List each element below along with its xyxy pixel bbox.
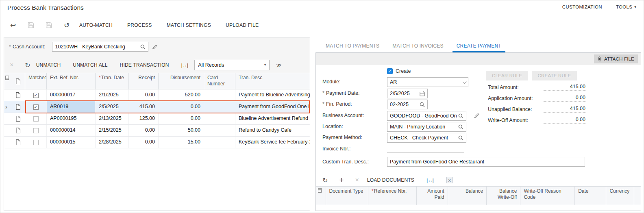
payment-method-input[interactable]: CHECK - Check Payment [387,133,466,143]
tran-date-cell[interactable]: 2/1/2025 [96,89,129,101]
search-icon[interactable] [458,113,463,119]
pencil-icon[interactable] [474,113,480,118]
tools-button[interactable]: TOOLS▾ [616,4,636,9]
records-filter-dropdown[interactable]: All Records ▾ [194,60,270,70]
matched-checkbox[interactable] [33,128,39,133]
tran-date-cell[interactable]: 2/15/2025 [96,125,129,136]
fit-width-icon[interactable]: |↔| [426,177,433,183]
card-number-cell[interactable] [204,125,235,136]
reference-nbr-column-header[interactable]: *Reference Nbr. [368,187,417,205]
upload-file-button[interactable]: UPLOAD FILE [226,22,259,28]
tran-date-column-header[interactable]: *Tran. Date [96,73,129,89]
add-row-icon[interactable]: + [339,176,344,185]
card-number-cell[interactable] [204,113,235,124]
custom-tran-desc-input[interactable]: Payment from GoodFood One Restaurant [387,157,585,167]
unmatch-button[interactable]: UNMATCH [36,62,61,68]
receipt-cell[interactable]: 0.00 [129,89,159,101]
receipt-column-header[interactable]: Receipt [129,73,159,89]
card-number-cell[interactable] [204,89,235,101]
business-account-input[interactable]: GOODFOOD - GoodFood On [387,111,466,121]
disbursement-column-header[interactable]: Disbursement [159,73,204,89]
matched-checkbox[interactable] [33,116,39,122]
receipt-cell[interactable]: 415.00 [129,101,159,113]
load-documents-button[interactable]: LOAD DOCUMENTS [367,177,414,183]
table-row[interactable]: 000000014 2/15/2025 0.00 50.00 Refund to… [4,125,310,137]
calendar-icon[interactable] [420,91,425,96]
payment-date-input[interactable]: 2/5/2025 [387,89,428,98]
receipt-cell[interactable]: 0.00 [129,125,159,136]
fit-width-icon[interactable]: |↔| [181,62,188,68]
refresh-icon[interactable]: ↻ [322,176,328,184]
ext-ref-cell[interactable]: AP0000195 [47,113,96,124]
table-row[interactable]: 000000015 2/28/2025 0.00 15.00 KeyBank S… [4,137,310,148]
auto-match-button[interactable]: AUTO-MATCH [79,22,113,28]
expand-toolbar-icon[interactable]: ≫ [276,61,283,69]
ext-ref-cell[interactable]: 000000017 [47,89,96,101]
module-label: Module: [322,79,340,85]
tab-create-payment[interactable]: CREATE PAYMENT [453,41,505,52]
invoice-nbr-input[interactable] [387,144,464,153]
disbursement-cell[interactable]: 0.00 [159,101,204,113]
tran-desc-cell[interactable]: Payment to Blueline Advertising [235,89,310,101]
card-number-cell[interactable] [204,101,235,113]
cash-account-input[interactable]: 10210WH - KeyBank Checking [52,42,148,52]
receipt-cell[interactable]: 125.00 [129,113,159,124]
search-icon[interactable] [458,124,463,130]
match-settings-button[interactable]: MATCH SETTINGS [167,22,211,28]
balance-column-header[interactable]: Balance [448,187,487,205]
matched-checkbox[interactable] [33,140,39,145]
card-number-column-header[interactable]: Card Number [204,73,235,89]
date-column-header[interactable]: Date [575,187,606,205]
ext-ref-column-header[interactable]: Ext. Ref. Nbr. [47,73,96,89]
amount-paid-column-header[interactable]: Amount Paid [417,187,448,205]
tran-desc-cell[interactable]: KeyBank Service fee February-2025 [235,137,310,148]
write-off-reason-code-column-header[interactable]: Write-Off Reason Code [520,187,575,205]
disbursement-cell[interactable]: 0.00 [159,113,204,124]
pencil-icon[interactable] [152,44,158,50]
tran-desc-cell[interactable]: Refund to Candyy Cafe [235,125,310,136]
search-icon[interactable] [458,135,463,141]
tab-match-to-payments[interactable]: MATCH TO PAYMENTS [322,41,383,52]
attach-file-button[interactable]: ATTACH FILE [594,54,638,63]
disbursement-cell[interactable]: 15.00 [159,137,204,148]
tran-date-cell[interactable]: 2/28/2025 [96,137,129,148]
tran-desc-cell[interactable]: Payment from GoodFood One Restaurant [235,101,310,113]
clear-rule-button[interactable]: CLEAR RULE [486,71,528,80]
location-input[interactable]: MAIN - Primary Location [387,122,466,132]
tran-date-cell[interactable]: 2/5/2025 [96,101,129,113]
balance-write-off-column-header[interactable]: Balance Write-Off [487,187,520,205]
ext-ref-cell[interactable]: 000000015 [47,137,96,148]
undo-icon[interactable]: ↺ [61,20,72,30]
disbursement-cell[interactable]: 520.00 [159,89,204,101]
tran-desc-column-header[interactable]: Tran. Desc [235,73,310,89]
back-icon[interactable]: ↩ [8,20,18,30]
tab-match-to-invoices[interactable]: MATCH TO INVOICES [388,41,447,52]
unmatch-all-button[interactable]: UNMATCH ALL [73,62,107,68]
create-checkbox[interactable]: ✓ [387,68,393,74]
search-icon[interactable] [420,102,425,107]
ext-ref-cell[interactable]: 000000014 [47,125,96,136]
search-icon[interactable] [140,44,146,50]
table-row[interactable]: AP0000195 2/13/2025 125.00 0.00 Blueline… [4,113,310,125]
disbursement-cell[interactable]: 50.00 [159,125,204,136]
card-number-cell[interactable] [204,137,235,148]
create-rule-button[interactable]: CREATE RULE [532,71,577,80]
refresh-icon[interactable]: ↻ [25,61,30,69]
matched-checkbox[interactable]: ✓ [33,93,39,98]
tran-desc-cell[interactable]: Blueline Advertisement Refund [235,113,310,124]
matched-column-header[interactable]: Matched [25,73,47,89]
currency-column-header[interactable]: Currency [606,187,634,205]
table-row-selected[interactable]: › ✓ AR0019 2/5/2025 415.00 0.00 Payment … [4,101,310,113]
module-select[interactable]: AR [387,77,468,87]
receipt-cell[interactable]: 0.00 [129,137,159,148]
fin-period-input[interactable]: 02-2025 [387,100,428,109]
tran-date-cell[interactable]: 2/13/2025 [96,113,129,124]
matched-checkbox[interactable]: ✓ [33,104,39,110]
ext-ref-cell[interactable]: AR0019 [47,101,96,113]
export-excel-icon[interactable]: X [446,177,453,183]
process-button[interactable]: PROCESS [127,22,152,28]
hide-transaction-button[interactable]: HIDE TRANSACTION [120,62,169,68]
document-type-column-header[interactable]: Document Type [326,187,369,205]
table-row[interactable]: ✓ 000000017 2/1/2025 0.00 520.00 Payment… [4,89,310,101]
customization-button[interactable]: CUSTOMIZATION [562,4,602,9]
